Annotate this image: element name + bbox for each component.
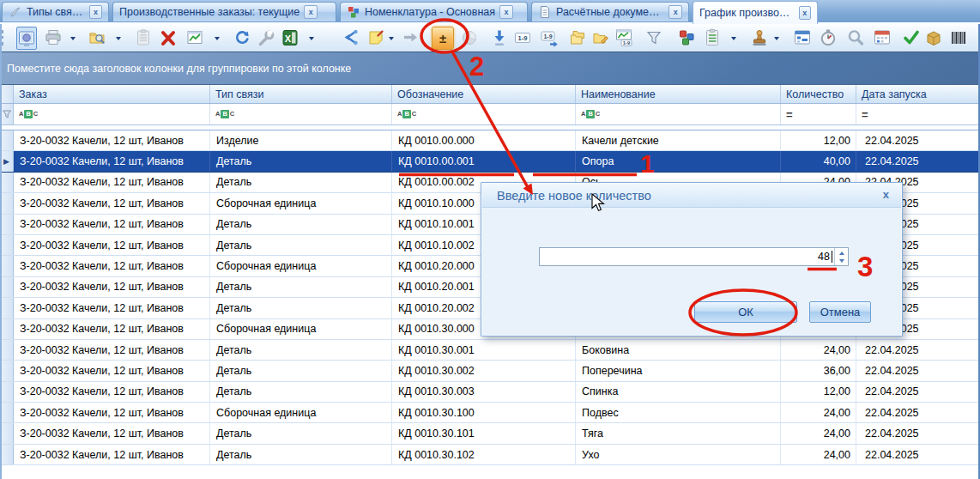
cell-order[interactable]: З-20-0032 Качели, 12 шт, Иванов bbox=[14, 361, 210, 380]
service-button[interactable] bbox=[257, 27, 275, 48]
cell-qty[interactable]: 24,00 bbox=[781, 403, 856, 422]
table-row[interactable]: З-20-0032 Качели, 12 шт, ИвановДетальКД … bbox=[0, 361, 980, 381]
cell-link_type[interactable]: Деталь bbox=[210, 382, 392, 402]
column-header-link_type[interactable]: Тип связи bbox=[210, 85, 392, 103]
cell-order[interactable]: З-20-0032 Качели, 12 шт, Иванов bbox=[14, 151, 210, 171]
cell-date[interactable]: 22.04.2025 bbox=[856, 130, 980, 150]
gantt-chart-button[interactable] bbox=[185, 27, 204, 48]
cell-designation[interactable]: КД 0010.30.001 bbox=[392, 340, 576, 360]
column-header-date[interactable]: Дата запуска bbox=[856, 85, 980, 103]
spinner-up-icon[interactable] bbox=[835, 248, 848, 257]
numbering-button[interactable]: 1-9 bbox=[513, 27, 532, 48]
column-header-name[interactable]: Наименование bbox=[576, 85, 781, 103]
cell-link_type[interactable]: Деталь bbox=[210, 151, 392, 171]
refresh-button[interactable] bbox=[233, 27, 251, 48]
cell-order[interactable]: З-20-0032 Качели, 12 шт, Иванов bbox=[14, 215, 210, 234]
plan-numbers-button[interactable]: 1-9 bbox=[614, 27, 633, 48]
cell-qty[interactable]: 12,00 bbox=[781, 382, 856, 402]
tab-item-3[interactable]: Номенклатура - Основнаяx bbox=[340, 2, 528, 21]
cancel-button[interactable]: Отмена bbox=[809, 301, 871, 323]
spinner-down-icon[interactable] bbox=[835, 257, 848, 265]
column-header-designation[interactable]: Обозначение bbox=[392, 85, 576, 103]
cell-designation[interactable]: КД 0010.30.002 bbox=[392, 361, 576, 380]
table-row[interactable]: З-20-0032 Качели, 12 шт, ИвановДетальКД … bbox=[0, 382, 980, 403]
send-button[interactable] bbox=[341, 27, 360, 48]
cell-order[interactable]: З-20-0032 Качели, 12 шт, Иванов bbox=[14, 382, 210, 402]
dialog-close-button[interactable]: x bbox=[883, 188, 889, 201]
cell-name[interactable]: Тяга bbox=[576, 423, 781, 443]
barcode-button[interactable] bbox=[949, 27, 968, 48]
filter-cell-designation[interactable]: АВС bbox=[392, 104, 576, 124]
cell-date[interactable]: 22.04.2025 bbox=[856, 403, 980, 422]
cell-designation[interactable]: КД 0010.30.003 bbox=[392, 382, 576, 402]
search-button[interactable] bbox=[846, 27, 865, 48]
cell-link_type[interactable]: Деталь bbox=[210, 173, 392, 192]
package-button[interactable] bbox=[924, 27, 943, 48]
cell-name[interactable]: Подвес bbox=[576, 403, 781, 422]
schedule-button[interactable] bbox=[793, 27, 812, 48]
cell-name[interactable]: Боковина bbox=[576, 340, 781, 360]
edit-note-button[interactable] bbox=[366, 27, 385, 48]
preview-button[interactable] bbox=[16, 27, 37, 50]
find-button[interactable] bbox=[88, 27, 106, 48]
export-excel-button[interactable]: X bbox=[281, 27, 299, 48]
cell-name[interactable]: Ухо bbox=[576, 445, 781, 464]
tab-item-1[interactable]: Типы связейx bbox=[2, 2, 109, 21]
table-row[interactable]: ▶З-20-0032 Качели, 12 шт, ИвановДетальКД… bbox=[0, 151, 980, 172]
tab-item-2[interactable]: Производственные заказы: текущиеx bbox=[112, 2, 336, 21]
table-row[interactable]: З-20-0032 Качели, 12 шт, ИвановИзделиеКД… bbox=[0, 130, 980, 151]
tab-close-icon[interactable]: x bbox=[799, 6, 811, 20]
cell-designation[interactable]: КД 0010.00.001 bbox=[392, 151, 576, 171]
gantt-dropdown[interactable] bbox=[213, 27, 221, 48]
specification-button[interactable] bbox=[703, 27, 722, 48]
filter-cell-date[interactable]: = bbox=[856, 104, 980, 124]
cell-order[interactable]: З-20-0032 Качели, 12 шт, Иванов bbox=[14, 403, 210, 422]
cell-designation[interactable]: КД 0010.30.101 bbox=[392, 423, 576, 443]
cell-name[interactable]: Поперечина bbox=[576, 361, 781, 380]
move-button[interactable] bbox=[401, 27, 420, 48]
cell-designation[interactable]: КД 0010.30.102 bbox=[392, 445, 576, 464]
cell-qty[interactable]: 24,00 bbox=[781, 340, 856, 360]
operations-dropdown[interactable] bbox=[772, 27, 781, 48]
column-header-order[interactable]: Заказ bbox=[14, 85, 210, 103]
tab-close-icon[interactable]: x bbox=[668, 5, 682, 19]
cell-order[interactable]: З-20-0032 Качели, 12 шт, Иванов bbox=[14, 277, 210, 297]
cell-link_type[interactable]: Сборочная единица bbox=[210, 319, 392, 339]
components-button[interactable] bbox=[677, 27, 696, 48]
edit-card-button[interactable] bbox=[591, 27, 610, 48]
ok-button[interactable]: ОК bbox=[694, 301, 797, 323]
print-dropdown[interactable] bbox=[69, 27, 77, 48]
cell-designation[interactable]: КД 0010.00.000 bbox=[392, 130, 576, 150]
column-header-qty[interactable]: Количество bbox=[781, 85, 856, 103]
cell-order[interactable]: З-20-0032 Качели, 12 шт, Иванов bbox=[14, 130, 210, 150]
filter-cell-name[interactable]: АВС bbox=[576, 104, 781, 124]
filter-cell-qty[interactable]: = bbox=[781, 104, 856, 124]
cell-order[interactable]: З-20-0032 Качели, 12 шт, Иванов bbox=[14, 319, 210, 339]
cell-qty[interactable]: 12,00 bbox=[781, 130, 856, 150]
cell-link_type[interactable]: Деталь bbox=[210, 340, 392, 360]
cell-link_type[interactable]: Сборочная единица bbox=[210, 193, 392, 213]
cell-order[interactable]: З-20-0032 Качели, 12 шт, Иванов bbox=[14, 173, 210, 192]
filter-funnel-icon[interactable] bbox=[0, 104, 14, 124]
dialog-titlebar[interactable]: Введите новое количество x bbox=[482, 184, 901, 208]
confirm-button[interactable] bbox=[902, 27, 921, 48]
filter-cell-link_type[interactable]: АВС bbox=[210, 104, 392, 124]
export-dropdown[interactable] bbox=[307, 27, 316, 48]
print-button[interactable] bbox=[44, 27, 63, 48]
cell-link_type[interactable]: Деталь bbox=[210, 277, 392, 297]
cell-qty[interactable]: 40,00 bbox=[781, 151, 856, 171]
cell-link_type[interactable]: Деталь bbox=[210, 235, 392, 255]
cell-order[interactable]: З-20-0032 Качели, 12 шт, Иванов bbox=[14, 423, 210, 443]
filter-button[interactable] bbox=[644, 27, 663, 48]
cell-link_type[interactable]: Сборочная единица bbox=[210, 403, 392, 422]
import-button[interactable] bbox=[490, 27, 509, 48]
cell-name[interactable]: Качели детские bbox=[576, 130, 781, 150]
cell-name[interactable]: Опора bbox=[576, 151, 781, 171]
table-row[interactable]: З-20-0032 Качели, 12 шт, ИвановДетальКД … bbox=[0, 423, 980, 444]
operations-button[interactable] bbox=[750, 27, 769, 48]
quantity-input[interactable]: 48 bbox=[539, 247, 849, 266]
tab-item-5[interactable]: График производстваx bbox=[693, 1, 818, 24]
cell-order[interactable]: З-20-0032 Качели, 12 шт, Иванов bbox=[14, 340, 210, 360]
change-quantity-button[interactable]: ± bbox=[432, 27, 454, 50]
tab-item-4[interactable]: Расчётные документыx bbox=[531, 2, 689, 21]
